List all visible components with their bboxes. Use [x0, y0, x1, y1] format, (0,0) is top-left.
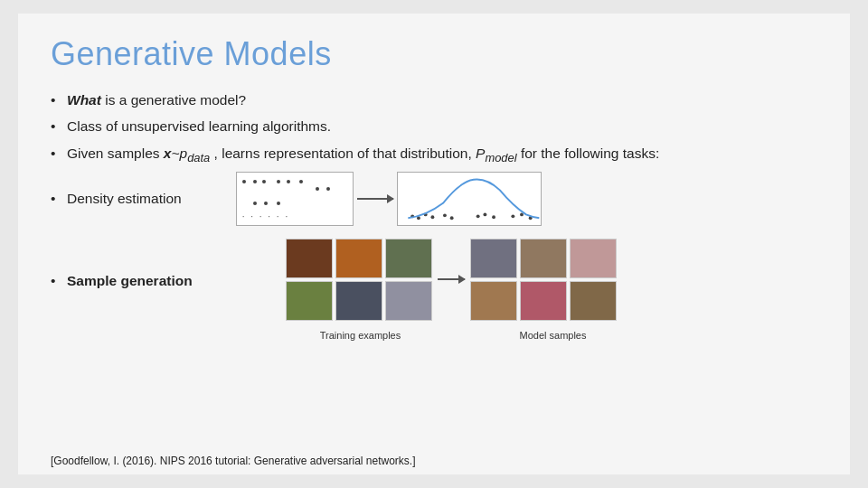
diagram-arrow	[357, 198, 393, 200]
dots-label: · · · · · ·	[242, 211, 290, 221]
dot	[262, 180, 266, 183]
density-row: • Density estimation	[51, 172, 817, 226]
bullet-list: What is a generative model? Class of uns…	[51, 89, 817, 166]
dot	[326, 187, 330, 191]
image-row-2	[286, 281, 432, 321]
grid-labels: Training examples Model samples	[286, 326, 627, 342]
img-butterfly	[286, 281, 333, 321]
dot	[253, 202, 257, 205]
bullet-class-text: Class of unsupervised learning algorithm…	[67, 118, 331, 134]
dot	[277, 202, 280, 205]
image-row-1	[286, 239, 432, 278]
bullet-what-text: is a generative model?	[105, 92, 246, 108]
model-label: Model samples	[478, 326, 627, 342]
bullet-given: Given samples x~pdata , learns represent…	[51, 143, 817, 166]
dot	[277, 180, 280, 183]
slide-title: Generative Models	[51, 35, 817, 73]
svg-point-6	[476, 214, 479, 218]
img-street	[385, 239, 432, 278]
dot	[242, 180, 246, 183]
img-camera	[335, 281, 382, 321]
training-grid	[286, 239, 432, 324]
svg-point-3	[430, 215, 434, 219]
dots-scatter-box: · · · · · ·	[236, 172, 354, 226]
svg-point-8	[492, 215, 495, 219]
italic-what: What	[67, 92, 101, 108]
dot	[299, 180, 303, 183]
dot	[264, 202, 268, 205]
bullet-given-text: Given samples x~pdata , learns represent…	[67, 145, 659, 161]
grid-arrow	[438, 278, 465, 280]
image-row-4	[470, 281, 617, 321]
image-row-3	[470, 239, 617, 278]
image-grid-container: Training examples Model samples	[286, 239, 627, 342]
training-label-text: Training examples	[320, 330, 401, 341]
sample-gen-bullet: • Sample generation	[51, 239, 231, 289]
dot	[287, 180, 290, 183]
dot	[253, 180, 257, 183]
slide-content: What is a generative model? Class of uns…	[51, 89, 817, 342]
bullet-class: Class of unsupervised learning algorithm…	[51, 116, 817, 136]
svg-point-4	[443, 213, 447, 217]
grids-wrapper	[286, 239, 617, 324]
curve-box	[397, 172, 542, 226]
img-flowers	[520, 281, 567, 321]
img-dog	[470, 281, 517, 321]
img-cat	[520, 239, 567, 278]
sample-gen-row: • Sample generation	[51, 239, 817, 342]
footer: [Goodfellow, I. (2016). NIPS 2016 tutori…	[51, 455, 416, 467]
model-label-text: Model samples	[520, 330, 587, 341]
img-icecream	[570, 239, 617, 278]
svg-point-5	[449, 216, 453, 220]
model-grid	[470, 239, 617, 324]
img-building	[470, 239, 517, 278]
curve-svg	[398, 173, 541, 225]
slide: Generative Models What is a generative m…	[18, 14, 850, 474]
grid-arrow-wrapper	[438, 239, 465, 321]
sample-gen-label: Sample generation	[67, 273, 193, 288]
img-blank	[385, 281, 432, 321]
density-bullet: • Density estimation	[51, 191, 182, 207]
svg-point-7	[483, 212, 486, 216]
grid-arrow-head	[458, 275, 466, 284]
img-coffee	[286, 239, 333, 278]
bullet-what: What is a generative model?	[51, 89, 817, 110]
density-diagram: · · · · · ·	[236, 172, 542, 226]
label-spacer	[440, 326, 473, 342]
density-label: Density estimation	[67, 191, 182, 206]
img-fire	[335, 239, 382, 278]
svg-point-9	[511, 214, 514, 218]
dot	[316, 187, 319, 191]
img-landscape	[570, 281, 617, 321]
training-label: Training examples	[286, 326, 435, 342]
